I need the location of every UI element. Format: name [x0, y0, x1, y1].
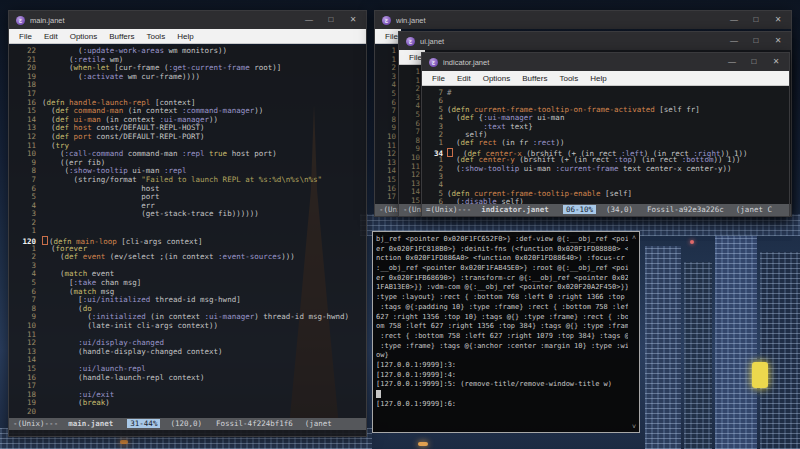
scroll-up-icon[interactable]: ˄ [632, 234, 636, 241]
menu-item[interactable]: File [13, 29, 38, 44]
terminal-window[interactable]: bj_ref <pointer 0x020F1FC652F0>} :def-vi… [372, 231, 640, 433]
menu-item[interactable]: File [426, 71, 451, 86]
code-line: 1 (def rect (in fr :rect)) [425, 139, 789, 147]
minimize-button[interactable]: — [723, 32, 745, 50]
emacs-icon: ε [16, 16, 25, 25]
city-light [418, 442, 428, 446]
window-title: indicator.janet [443, 58, 721, 67]
code-line: 2 [12, 219, 366, 228]
code-line: 3 (get-stack-trace fib)))))) [12, 210, 366, 219]
code-text: (:activate wm cur-frame)))) [42, 72, 200, 81]
code-text: (get-stack-trace fib)))))) [42, 209, 259, 218]
terminal-line: [127.0.0.1:9999]:6: [376, 400, 628, 410]
code-editor[interactable]: 22 (:update-work-areas wm monitors))21 (… [9, 45, 366, 418]
menu-item[interactable]: Edit [38, 29, 64, 44]
titlebar[interactable]: ε ui.janet — □ ✕ [399, 32, 791, 50]
percent-indicator: 06-10% [563, 205, 596, 214]
terminal-line: [127.0.0.1:9999]:4: [376, 371, 628, 381]
code-text: (break) [42, 398, 110, 407]
code-line: 1 [12, 227, 366, 236]
minimize-button[interactable]: — [298, 11, 320, 29]
code-line: 7# [425, 89, 789, 97]
terminal-line: ow} [376, 351, 628, 361]
modeline-prefix: -(Unix)--- [13, 419, 58, 428]
menu-item[interactable]: Buffers [103, 29, 140, 44]
close-button[interactable]: ✕ [342, 11, 364, 29]
menu-item[interactable]: Tools [140, 29, 171, 44]
terminal-scrollbar[interactable]: ˄ ˅ [629, 232, 639, 432]
code-line: 19 (:activate wm cur-frame)))) [12, 73, 366, 82]
window-title: win.janet [396, 16, 723, 25]
position-indicator: (34,0) [606, 205, 633, 214]
code-text: (:disable self) [447, 197, 524, 204]
menu-item[interactable]: Tools [553, 71, 584, 86]
code-text: (def event (ev/select ;(in context :even… [42, 252, 295, 261]
line-number: 20 [12, 408, 36, 417]
desktop: ε main.janet — □ ✕ FileEditOptionsBuffer… [0, 0, 800, 449]
city-light [690, 240, 694, 244]
code-line: 3 [425, 173, 789, 181]
scroll-down-icon[interactable]: ˅ [632, 423, 636, 430]
code-editor[interactable]: 7#65(defn current-frame-tooltip-on-frame… [422, 87, 789, 204]
terminal-line: er 0x020F1FB68690>} :transform-cr @{:__o… [376, 274, 628, 284]
terminal-line: bj_ref <pointer 0x020F1FC652F0>} :def-vi… [376, 235, 628, 245]
terminal-line: [127.0.0.1:9999]:3: [376, 361, 628, 371]
building [760, 252, 800, 449]
percent-indicator: 31-44% [127, 419, 160, 428]
close-button[interactable]: ✕ [767, 11, 789, 29]
terminal-line: 1FAB13E0>}} :vdm-com @{:__obj_ref <point… [376, 283, 628, 293]
code-line: 13 (handle-display-changed context) [12, 348, 366, 357]
line-number: 17 [378, 193, 396, 202]
close-button[interactable]: ✕ [767, 32, 789, 50]
emacs-icon: ε [406, 37, 415, 46]
line-number: 1 [425, 139, 443, 147]
code-line: 2 (def event (ev/select ;(in context :ev… [12, 253, 366, 262]
menu-item[interactable]: Help [171, 29, 199, 44]
menu-item[interactable]: Options [477, 71, 517, 86]
line-number: 15 [402, 197, 420, 204]
maximize-button[interactable]: □ [743, 53, 765, 71]
maximize-button[interactable]: □ [745, 32, 767, 50]
menu-item[interactable]: Options [64, 29, 104, 44]
vcs-indicator: Fossil-a92e3a226c [647, 205, 724, 214]
titlebar[interactable]: ε win.janet — □ ✕ [375, 11, 791, 29]
minimize-button[interactable]: — [723, 11, 745, 29]
menu-item[interactable]: Edit [451, 71, 477, 86]
titlebar[interactable]: ε main.janet — □ ✕ [9, 11, 366, 29]
window-main-janet: ε main.janet — □ ✕ FileEditOptionsBuffer… [8, 10, 367, 437]
terminal-line: :rect { :bottom 758 :left 627 :right 107… [376, 332, 628, 342]
building [645, 246, 681, 449]
menubar: FileEditOptionsBuffersToolsHelp [422, 71, 789, 86]
maximize-button[interactable]: □ [320, 11, 342, 29]
building [684, 262, 712, 449]
minimize-button[interactable]: — [721, 53, 743, 71]
modeline-prefix: =(Unix)--- [426, 205, 471, 214]
menu-item[interactable]: Help [584, 71, 612, 86]
menu-item[interactable]: Buffers [516, 71, 553, 86]
terminal-line: nction 0x020F1FD886A0> <function 0x020F1… [376, 254, 628, 264]
code-line: 20 [12, 408, 366, 417]
code-line: 2 (:show-tooltip ui-man :current-frame t… [425, 165, 789, 173]
terminal-line: :type :frame} :tags @{:anchor :center :m… [376, 342, 628, 352]
close-button[interactable]: ✕ [765, 53, 787, 71]
terminal-line [376, 390, 628, 400]
terminal-line: er 0x020F1FC818B0>} :deinit-fns (<functi… [376, 245, 628, 255]
buffer-name: indicator.janet [481, 205, 549, 214]
maximize-button[interactable]: □ [745, 11, 767, 29]
modeline: =(Unix)---indicator.janet06-10%(34,0)Fos… [422, 204, 789, 216]
city-light [120, 440, 128, 444]
echo-area [9, 430, 366, 436]
buffer-name: main.janet [68, 419, 113, 428]
window-title: main.janet [30, 16, 298, 25]
emacs-icon: ε [429, 58, 438, 67]
line-number: 1 [12, 227, 36, 236]
code-text: (handle-launch-repl context) [42, 373, 205, 382]
titlebar[interactable]: ε indicator.janet — □ ✕ [422, 53, 789, 71]
mode-indicator: (janet [305, 419, 332, 428]
code-line: 19 (break) [12, 399, 366, 408]
code-text: (def rect (in fr :rect)) [447, 138, 564, 147]
code-text: (handle-display-changed context) [42, 347, 223, 356]
terminal-output: bj_ref <pointer 0x020F1FC652F0>} :def-vi… [376, 235, 628, 430]
vcs-indicator: Fossil-4f224bf1f6 [216, 419, 293, 428]
window-title: ui.janet [420, 37, 723, 46]
